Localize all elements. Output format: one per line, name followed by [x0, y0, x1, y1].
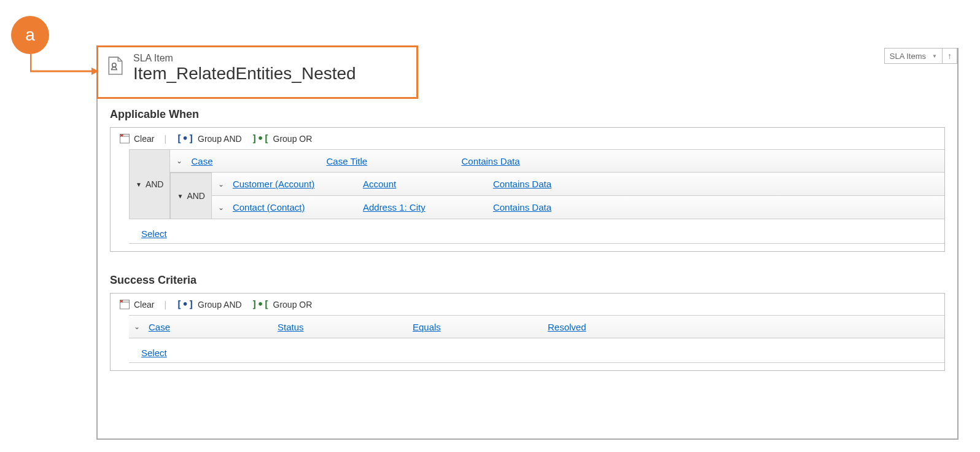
sc-select-row: Select — [129, 338, 944, 363]
field-link[interactable]: Account — [363, 179, 493, 189]
callout-arrow — [30, 54, 99, 79]
group-or-label: Group OR — [273, 300, 313, 310]
nested-and-group: ▼ AND ⌄ Customer (Account) Account Conta… — [170, 173, 944, 219]
success-criteria-section: Success Criteria Clear | [•] Group AND — [98, 274, 957, 381]
group-and-icon: [•] — [176, 133, 194, 144]
toolbar-separator: | — [164, 300, 166, 310]
svg-rect-1 — [120, 136, 130, 143]
operator-link[interactable]: Contains Data — [461, 156, 584, 166]
condition-row: ⌄ Customer (Account) Account Contains Da… — [212, 173, 944, 196]
sc-toolbar: Clear | [•] Group AND ]•[ Group OR — [111, 294, 944, 315]
group-or-icon: ]•[ — [252, 133, 270, 144]
clear-label: Clear — [134, 300, 154, 310]
applicable-when-title: Applicable When — [110, 108, 945, 121]
callout-badge: a — [11, 16, 49, 54]
group-and-button[interactable]: [•] Group AND — [173, 131, 246, 146]
applicable-when-conditions: Clear | [•] Group AND ]•[ Group OR ▼ AND — [110, 127, 945, 252]
and-text: AND — [146, 179, 164, 189]
related-nav-label: SLA Items — [890, 52, 926, 61]
operator-link[interactable]: Contains Data — [493, 202, 616, 212]
success-criteria-title: Success Criteria — [110, 274, 945, 287]
entity-link[interactable]: Contact (Contact) — [233, 202, 363, 212]
group-or-label: Group OR — [273, 134, 313, 144]
nested-group-rows: ⌄ Customer (Account) Account Contains Da… — [212, 173, 944, 219]
operator-link[interactable]: Contains Data — [493, 179, 616, 189]
operator-link[interactable]: Equals — [413, 322, 548, 332]
group-and-label: Group AND — [198, 134, 242, 144]
clear-button[interactable]: Clear — [115, 298, 158, 311]
outer-and-label[interactable]: ▼ AND — [129, 149, 170, 219]
aw-select-row: Select — [129, 219, 944, 244]
field-link[interactable]: Address 1: City — [363, 202, 493, 212]
related-nav-select[interactable]: SLA Items — [884, 48, 943, 64]
aw-body: ▼ AND ⌄ Case Case Title Contains Data — [111, 149, 944, 251]
outer-and-group: ▼ AND ⌄ Case Case Title Contains Data — [129, 149, 944, 219]
entity-link[interactable]: Case — [149, 322, 278, 332]
success-criteria-conditions: Clear | [•] Group AND ]•[ Group OR ⌄ Cas… — [110, 293, 945, 371]
svg-rect-3 — [120, 302, 130, 309]
clear-icon — [119, 299, 130, 310]
aw-toolbar: Clear | [•] Group AND ]•[ Group OR — [111, 128, 944, 149]
form-header: SLA Item Item_RelatedEntities_Nested SLA… — [98, 48, 957, 96]
nested-and-label[interactable]: ▼ AND — [170, 173, 211, 219]
field-link[interactable]: Case Title — [326, 156, 461, 166]
nav-up-button[interactable]: ↑ — [943, 48, 957, 64]
clear-button[interactable]: Clear — [115, 132, 158, 146]
callout-label: a — [25, 25, 35, 45]
entity-link[interactable]: Customer (Account) — [233, 179, 363, 189]
clear-icon — [119, 133, 130, 144]
group-and-button[interactable]: [•] Group AND — [173, 297, 246, 311]
caret-down-icon: ▼ — [177, 193, 183, 200]
group-or-icon: ]•[ — [252, 298, 270, 310]
group-and-icon: [•] — [176, 298, 194, 310]
applicable-when-section: Applicable When Clear | [•] Group AND — [98, 108, 957, 262]
select-link[interactable]: Select — [141, 228, 167, 239]
document-icon — [107, 56, 123, 75]
group-and-label: Group AND — [198, 300, 242, 310]
select-link[interactable]: Select — [141, 348, 167, 358]
clear-label: Clear — [134, 134, 154, 144]
toolbar-separator: | — [164, 134, 166, 144]
field-link[interactable]: Status — [278, 322, 413, 332]
outer-group-rows: ⌄ Case Case Title Contains Data ▼ AND — [170, 149, 944, 219]
entity-link[interactable]: Case — [191, 156, 326, 166]
condition-row: ⌄ Case Case Title Contains Data — [170, 149, 944, 173]
arrow-up-icon: ↑ — [947, 51, 952, 61]
entity-type-label: SLA Item — [133, 53, 947, 64]
chevron-down-icon[interactable]: ⌄ — [133, 322, 141, 331]
record-title: Item_RelatedEntities_Nested — [133, 64, 947, 84]
group-or-button[interactable]: ]•[ Group OR — [248, 297, 316, 311]
value-link[interactable]: Resolved — [548, 322, 586, 332]
condition-row: ⌄ Case Status Equals Resolved — [129, 315, 944, 338]
chevron-down-icon[interactable]: ⌄ — [217, 180, 225, 189]
and-text: AND — [187, 191, 205, 201]
chevron-down-icon[interactable]: ⌄ — [175, 157, 184, 165]
condition-row: ⌄ Contact (Contact) Address 1: City Cont… — [212, 196, 944, 219]
form-page: SLA Item Item_RelatedEntities_Nested SLA… — [96, 48, 959, 440]
chevron-down-icon[interactable]: ⌄ — [217, 203, 225, 212]
group-or-button[interactable]: ]•[ Group OR — [248, 131, 316, 146]
related-nav: SLA Items ↑ — [884, 48, 957, 64]
caret-down-icon: ▼ — [136, 181, 142, 188]
sc-body: ⌄ Case Status Equals Resolved Select — [111, 315, 944, 370]
